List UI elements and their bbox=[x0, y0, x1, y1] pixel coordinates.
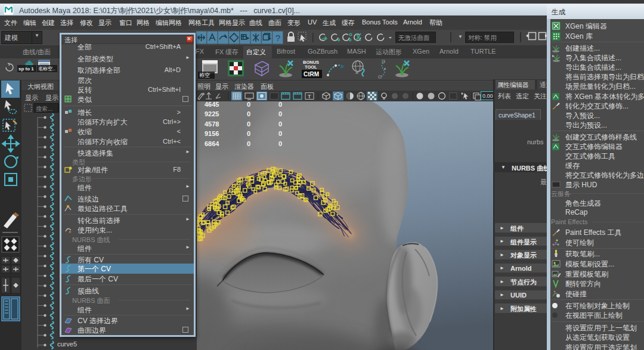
svg-text:称空: 称空 bbox=[199, 72, 210, 78]
svg-text:0: 0 bbox=[278, 120, 282, 128]
svg-text:0: 0 bbox=[247, 120, 250, 128]
svg-text:6864: 6864 bbox=[205, 140, 219, 147]
svg-text:0: 0 bbox=[247, 140, 250, 147]
svg-text:9156: 9156 bbox=[205, 130, 219, 137]
svg-text:0: 0 bbox=[278, 101, 282, 108]
svg-text:4578: 4578 bbox=[205, 120, 219, 128]
svg-text:名称空..: 名称空.. bbox=[38, 66, 55, 72]
svg-text:4645: 4645 bbox=[205, 101, 219, 108]
svg-text:9225: 9225 bbox=[205, 110, 219, 117]
svg-text:?: ? bbox=[275, 33, 280, 43]
svg-text:0: 0 bbox=[247, 110, 250, 117]
svg-text:0: 0 bbox=[278, 140, 282, 147]
svg-text:0: 0 bbox=[278, 130, 282, 137]
svg-text:sp to 1: sp to 1 bbox=[18, 66, 34, 72]
svg-text:TOOL: TOOL bbox=[305, 64, 317, 70]
svg-text:CtRM: CtRM bbox=[304, 71, 319, 78]
svg-text:0: 0 bbox=[278, 110, 282, 117]
svg-text:T: T bbox=[308, 94, 311, 100]
svg-text:0: 0 bbox=[247, 130, 250, 137]
svg-text:0: 0 bbox=[247, 101, 250, 108]
